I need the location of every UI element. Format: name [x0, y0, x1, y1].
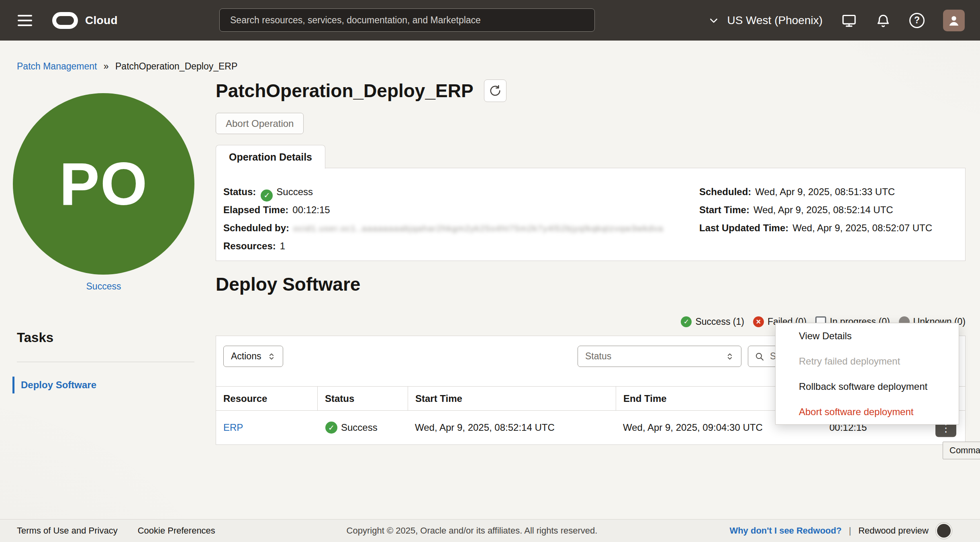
abort-operation-label: Abort Operation — [226, 118, 294, 129]
detail-value: Wed, Apr 9, 2025, 08:52:14 UTC — [753, 204, 893, 215]
global-search-input[interactable] — [219, 8, 595, 32]
abort-operation-button[interactable]: Abort Operation — [216, 113, 304, 134]
detail-status-row: Status:✓Success — [223, 183, 664, 201]
help-icon[interactable]: ? — [909, 13, 925, 28]
tab-label: Operation Details — [229, 151, 312, 163]
resource-link-erp[interactable]: ERP — [223, 422, 243, 433]
active-task-indicator — [12, 377, 14, 393]
status-filter-select[interactable]: Status — [578, 346, 741, 367]
footer: Terms of Use and Privacy Cookie Preferen… — [0, 519, 980, 542]
column-header-start-time[interactable]: Start Time — [408, 387, 616, 410]
success-check-icon: ✓ — [325, 422, 337, 434]
detail-resources-row: Resources:1 — [223, 237, 664, 255]
footer-divider: | — [849, 526, 851, 536]
cell-start-time: Wed, Apr 9, 2025, 08:52:14 UTC — [408, 411, 616, 444]
success-check-icon: ✓ — [261, 189, 273, 202]
summary-success-label: Success (1) — [695, 316, 744, 327]
detail-label: Last Updated Time: — [699, 222, 788, 233]
terms-link[interactable]: Terms of Use and Privacy — [17, 526, 118, 536]
chevron-down-icon — [708, 15, 719, 26]
oracle-logo-icon — [52, 12, 78, 29]
region-selector[interactable]: US West (Phoenix) — [708, 14, 823, 27]
redwood-preview-label: Redwood preview — [858, 526, 929, 536]
topbar-actions: US West (Phoenix) ? — [708, 0, 965, 41]
sidebar-item-deploy-software[interactable]: Deploy Software — [12, 377, 96, 393]
profile-avatar[interactable] — [943, 10, 965, 31]
detail-label: Resources: — [223, 240, 276, 251]
status-filter-label: Status — [585, 351, 611, 362]
sort-chevrons-icon — [267, 352, 276, 361]
footer-right: Why don't I see Redwood? | Redwood previ… — [729, 523, 952, 539]
detail-label: Elapsed Time: — [223, 204, 288, 215]
menu-item-view-details[interactable]: View Details — [776, 323, 959, 348]
breadcrumb-link-patch-management[interactable]: Patch Management — [17, 61, 97, 71]
detail-label: Status: — [223, 186, 256, 197]
detail-value: Wed, Apr 9, 2025, 08:51:33 UTC — [755, 186, 895, 197]
breadcrumb: Patch Management » PatchOperation_Deploy… — [17, 61, 237, 72]
person-icon — [947, 13, 961, 28]
select-chevrons-icon — [726, 352, 734, 361]
column-header-status[interactable]: Status — [317, 387, 408, 410]
operation-initials-badge: PO — [13, 93, 194, 275]
commands-tooltip: Commands — [943, 442, 980, 459]
summary-success: ✓ Success (1) — [681, 316, 744, 327]
column-header-resource[interactable]: Resource — [216, 387, 317, 410]
brand-label: Cloud — [85, 14, 118, 27]
detail-scheduled-by-row: Scheduled by:ocid1.user.oc1..aaaaaaaabjq… — [223, 219, 664, 237]
detail-label: Scheduled: — [699, 186, 751, 197]
page-title: PatchOperation_Deploy_ERP — [216, 80, 474, 102]
notifications-bell-icon[interactable] — [876, 13, 891, 28]
detail-elapsed-row: Elapsed Time:00:12:15 — [223, 201, 664, 219]
tasks-heading: Tasks — [17, 330, 53, 345]
column-header-end-time[interactable]: End Time — [616, 387, 797, 410]
region-label: US West (Phoenix) — [727, 14, 823, 27]
detail-start-time-row: Start Time:Wed, Apr 9, 2025, 08:52:14 UT… — [699, 201, 932, 219]
actions-label: Actions — [231, 351, 261, 362]
cell-status: ✓ Success — [317, 411, 408, 444]
refresh-icon — [489, 85, 501, 97]
details-right-column: Scheduled:Wed, Apr 9, 2025, 08:51:33 UTC… — [699, 183, 932, 237]
menu-item-abort-software-deployment[interactable]: Abort software deployment — [776, 399, 959, 424]
top-navigation-bar: Cloud US West (Phoenix) ? — [0, 0, 980, 41]
cookie-preferences-link[interactable]: Cookie Preferences — [138, 526, 215, 536]
console-monitor-icon[interactable] — [841, 12, 857, 29]
menu-item-retry-failed-deployment: Retry failed deployment — [776, 348, 959, 374]
actions-menu-button[interactable]: Actions — [223, 346, 283, 367]
detail-last-updated-row: Last Updated Time:Wed, Apr 9, 2025, 08:5… — [699, 219, 932, 237]
task-label: Deploy Software — [21, 379, 96, 391]
row-status-label: Success — [341, 422, 378, 433]
failed-cross-icon: × — [753, 316, 764, 327]
copyright-text: Copyright © 2025, Oracle and/or its affi… — [347, 526, 598, 536]
tasks-divider — [17, 362, 194, 362]
detail-scheduled-row: Scheduled:Wed, Apr 9, 2025, 08:51:33 UTC — [699, 183, 932, 201]
detail-value: 1 — [280, 240, 285, 251]
status-link[interactable]: Success — [13, 281, 194, 292]
footer-links: Terms of Use and Privacy Cookie Preferen… — [17, 526, 215, 536]
redacted-ocid-value: ocid1.user.oc1..aaaaaaaabjqahar2hkgm2yk2… — [293, 224, 664, 233]
breadcrumb-separator: » — [104, 61, 109, 71]
detail-value: Success — [276, 186, 313, 197]
breadcrumb-current: PatchOperation_Deploy_ERP — [115, 61, 237, 71]
details-left-column: Status:✓Success Elapsed Time:00:12:15 Sc… — [223, 183, 664, 255]
section-title-deploy-software: Deploy Software — [216, 273, 360, 295]
redwood-question-link[interactable]: Why don't I see Redwood? — [729, 526, 841, 536]
menu-item-rollback-software-deployment[interactable]: Rollback software deployment — [776, 374, 959, 399]
brand[interactable]: Cloud — [52, 12, 118, 29]
row-context-menu: View Details Retry failed deployment Rol… — [775, 323, 959, 425]
hamburger-menu-icon[interactable] — [18, 15, 32, 26]
detail-label: Scheduled by: — [223, 222, 289, 233]
search-icon — [755, 352, 764, 361]
tab-operation-details[interactable]: Operation Details — [216, 145, 325, 169]
cell-end-time: Wed, Apr 9, 2025, 09:04:30 UTC — [616, 411, 797, 444]
detail-label: Start Time: — [699, 204, 749, 215]
operation-details-panel: Status:✓Success Elapsed Time:00:12:15 Sc… — [216, 168, 966, 261]
detail-value: Wed, Apr 9, 2025, 08:52:07 UTC — [792, 222, 932, 233]
initials-label: PO — [59, 149, 148, 219]
redwood-preview-toggle[interactable] — [936, 523, 952, 539]
cell-resource: ERP — [216, 411, 317, 444]
refresh-button[interactable] — [484, 79, 506, 102]
success-check-icon: ✓ — [681, 316, 692, 327]
detail-value: 00:12:15 — [292, 204, 330, 215]
